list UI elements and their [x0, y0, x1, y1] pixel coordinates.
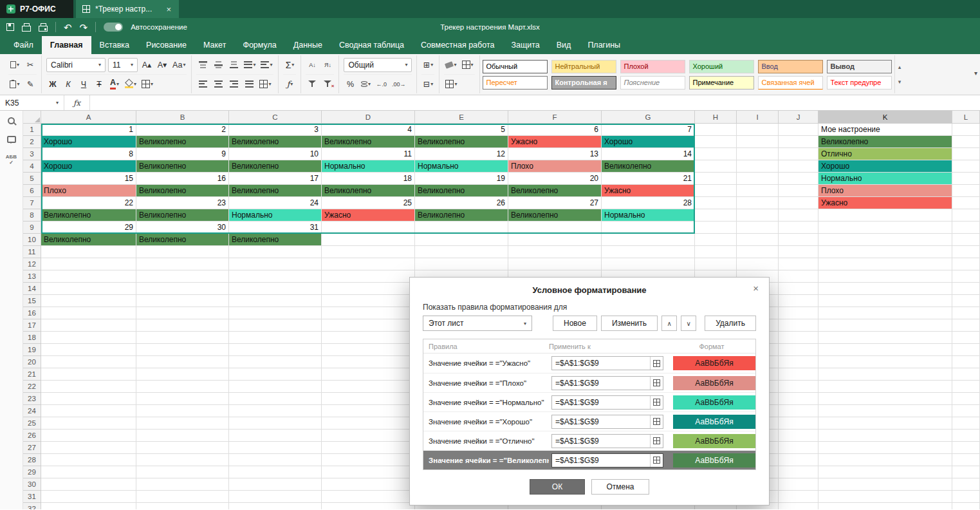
cell-F5[interactable]: 20 [508, 173, 602, 185]
cell-G9[interactable] [602, 222, 695, 234]
cell-A2[interactable]: Хорошо [41, 136, 136, 148]
cell-I11[interactable] [737, 246, 779, 258]
cell-L6[interactable] [952, 185, 980, 197]
row-header-1[interactable]: 1 [23, 124, 41, 136]
cell-J9[interactable] [779, 222, 818, 234]
cell-D8[interactable]: Ужасно [322, 209, 415, 222]
cell-A15[interactable] [41, 295, 136, 307]
cell-B4[interactable]: Великолепно [136, 160, 229, 173]
cell-L13[interactable] [952, 270, 980, 283]
cell-H3[interactable] [695, 148, 737, 160]
cell-J24[interactable] [779, 405, 818, 417]
rule-range-value[interactable]: =$A$1:$G$9 [552, 359, 650, 368]
menu-tab-Файл[interactable]: Файл [5, 36, 42, 54]
cell-H5[interactable] [695, 173, 737, 185]
row-header-31[interactable]: 31 [23, 491, 41, 503]
cell-A23[interactable] [41, 393, 136, 405]
cell-D31[interactable] [322, 491, 415, 503]
cell-C28[interactable] [229, 454, 322, 466]
menu-tab-Совместная работа[interactable]: Совместная работа [412, 36, 503, 54]
cell-J22[interactable] [779, 381, 818, 393]
cell-B20[interactable] [136, 356, 229, 368]
cell-B10[interactable]: Великолепно [136, 234, 229, 246]
cell-E1[interactable]: 5 [415, 124, 508, 136]
cell-F10[interactable] [508, 234, 602, 246]
cell-G3[interactable]: 14 [602, 148, 695, 160]
cell-I9[interactable] [737, 222, 779, 234]
cell-E12[interactable] [415, 258, 508, 270]
font-name-select[interactable]: Calibri▾ [46, 58, 106, 72]
cell-J23[interactable] [779, 393, 818, 405]
cell-C24[interactable] [229, 405, 322, 417]
cell-A24[interactable] [41, 405, 136, 417]
cell-K8[interactable] [818, 209, 952, 222]
rule-row-5[interactable]: Значение ячейки = ="Отлично"=$A$1:$G$9Аа… [423, 431, 755, 450]
cell-A7[interactable]: 22 [41, 197, 136, 209]
cell-K24[interactable] [818, 405, 952, 417]
cell-H6[interactable] [695, 185, 737, 197]
cell-C14[interactable] [229, 283, 322, 295]
cell-A17[interactable] [41, 319, 136, 332]
cell-B24[interactable] [136, 405, 229, 417]
column-header-H[interactable]: H [695, 111, 737, 124]
cell-K27[interactable] [818, 442, 952, 454]
cell-K14[interactable] [818, 283, 952, 295]
cell-D32[interactable] [322, 503, 415, 509]
clear-filter-button[interactable]: × [321, 77, 334, 91]
rules-scope-select[interactable]: Этот лист ▾ [423, 316, 532, 331]
cell-style-Текст предупре[interactable]: Текст предупре [827, 76, 892, 90]
cancel-button[interactable]: Отмена [591, 479, 649, 495]
cell-I4[interactable] [737, 160, 779, 173]
cell-C31[interactable] [229, 491, 322, 503]
cell-D29[interactable] [322, 466, 415, 478]
cell-K17[interactable] [818, 319, 952, 332]
clear-button[interactable]: ▾ [444, 58, 458, 72]
cell-A30[interactable] [41, 478, 136, 491]
column-header-C[interactable]: C [229, 111, 322, 124]
cell-K5[interactable]: Нормально [818, 173, 952, 185]
cell-E8[interactable]: Великолепно [415, 209, 508, 222]
rule-range-field[interactable]: =$A$1:$G$9 [551, 415, 663, 429]
cell-K9[interactable] [818, 222, 952, 234]
cell-A16[interactable] [41, 307, 136, 319]
underline-button[interactable]: Ч [77, 77, 90, 91]
cell-J21[interactable] [779, 368, 818, 381]
cell-D10[interactable] [322, 234, 415, 246]
cell-C32[interactable] [229, 503, 322, 509]
cell-A6[interactable]: Плохо [41, 185, 136, 197]
cell-B13[interactable] [136, 270, 229, 283]
cell-I5[interactable] [737, 173, 779, 185]
cell-L3[interactable] [952, 148, 980, 160]
cell-L10[interactable] [952, 234, 980, 246]
cell-C8[interactable]: Нормально [229, 209, 322, 222]
align-left-button[interactable] [196, 77, 209, 91]
row-header-8[interactable]: 8 [23, 209, 41, 222]
currency-style-button[interactable]: ▾ [359, 77, 372, 91]
column-header-J[interactable]: J [779, 111, 818, 124]
cell-C4[interactable]: Великолепно [229, 160, 322, 173]
cell-D3[interactable]: 11 [322, 148, 415, 160]
cell-E6[interactable]: Великолепно [415, 185, 508, 197]
row-header-16[interactable]: 16 [23, 307, 41, 319]
cell-A19[interactable] [41, 344, 136, 356]
cell-E10[interactable] [415, 234, 508, 246]
cell-B6[interactable]: Великолепно [136, 185, 229, 197]
decrease-decimal-button[interactable]: ←.0 [374, 77, 388, 91]
cell-J14[interactable] [779, 283, 818, 295]
sort-ascending-button[interactable]: А↓ [306, 58, 319, 72]
print-button[interactable] [22, 26, 31, 32]
row-header-24[interactable]: 24 [23, 405, 41, 417]
italic-button[interactable]: К [62, 77, 75, 91]
cell-style-Плохой[interactable]: Плохой [620, 60, 685, 73]
justify-button[interactable] [243, 77, 255, 91]
cell-B9[interactable]: 30 [136, 222, 229, 234]
cell-G4[interactable]: Великолепно [602, 160, 695, 173]
cell-H10[interactable] [695, 234, 737, 246]
format-as-table-button[interactable]: ▾ [444, 77, 458, 91]
cell-C21[interactable] [229, 368, 322, 381]
cell-C17[interactable] [229, 319, 322, 332]
merge-cells-button[interactable]: ▾ [258, 77, 272, 91]
cell-style-Ввод[interactable]: Ввод [758, 60, 823, 73]
cell-I1[interactable] [737, 124, 779, 136]
cell-D22[interactable] [322, 381, 415, 393]
